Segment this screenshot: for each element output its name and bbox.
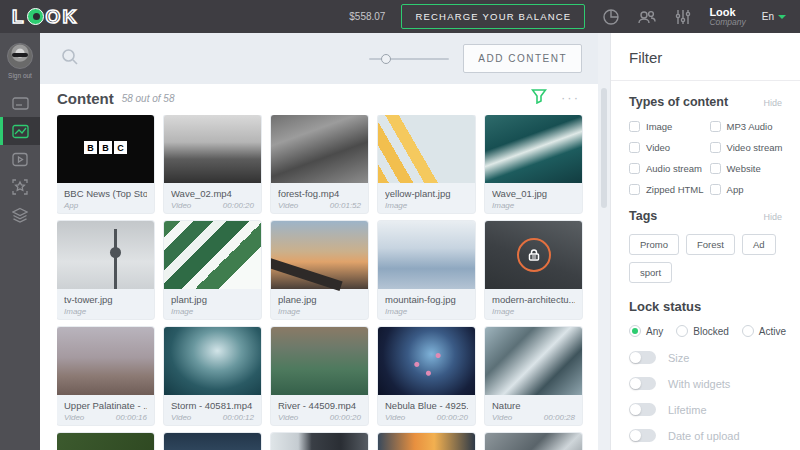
bbc-logo: BBC <box>57 141 154 154</box>
users-icon[interactable] <box>637 7 657 27</box>
sidebar-item-content[interactable] <box>0 117 40 145</box>
sliders-icon[interactable] <box>673 7 693 27</box>
content-card[interactable]: plant.jpgImage <box>164 221 261 319</box>
checkbox-icon[interactable] <box>629 163 640 174</box>
lock-status-radio[interactable]: Blocked <box>676 325 729 337</box>
content-type-checkbox[interactable]: Video <box>629 142 704 153</box>
avatar[interactable] <box>7 43 33 69</box>
toggle-switch-icon[interactable] <box>629 403 656 416</box>
content-card[interactable]: Wave_01.jpgImage <box>485 115 582 213</box>
checkbox-icon[interactable] <box>710 163 721 174</box>
toggle-switch-icon[interactable] <box>629 429 656 442</box>
radio-icon[interactable] <box>742 325 754 337</box>
card-thumbnail <box>485 115 582 183</box>
content-card[interactable]: Storm - 40581.mp4Video00:00:12 <box>164 327 261 425</box>
content-card[interactable]: River - 44509.mp4Video00:00:20 <box>271 327 368 425</box>
content-card[interactable]: tv-tower.jpgImage <box>57 221 154 319</box>
card-name: Wave_01.jpg <box>492 187 575 200</box>
tag-chip[interactable]: sport <box>629 262 672 283</box>
content-card[interactable]: BBCBBC News (Top Sto...App <box>57 115 154 213</box>
search-icon[interactable] <box>60 47 80 71</box>
card-meta: App <box>64 200 147 211</box>
content-card[interactable] <box>164 433 261 450</box>
tags-hide-link[interactable]: Hide <box>763 212 782 222</box>
content-card[interactable]: modern-architectu...Image <box>485 221 582 319</box>
content-type-checkbox[interactable]: App <box>710 184 783 195</box>
card-type: Image <box>278 306 300 317</box>
filter-funnel-icon[interactable] <box>531 88 547 108</box>
checkbox-icon[interactable] <box>629 184 640 195</box>
content-card[interactable]: forest-fog.mp4Video00:01:52 <box>271 115 368 213</box>
filter-toggle-date-of-upload[interactable]: Date of upload <box>629 429 782 442</box>
filter-toggle-size[interactable]: Size <box>629 351 782 364</box>
content-type-checkbox[interactable]: Video stream <box>710 142 783 153</box>
filter-toggle-with-widgets[interactable]: With widgets <box>629 377 782 390</box>
toggle-switch-icon[interactable] <box>629 377 656 390</box>
sign-out-link[interactable]: Sign out <box>0 72 40 79</box>
language-selector[interactable]: En <box>762 11 786 22</box>
checkbox-icon[interactable] <box>710 121 721 132</box>
sidebar-item-video-playlist[interactable] <box>0 145 40 173</box>
card-meta: Image <box>385 200 468 211</box>
tag-chip[interactable]: Ad <box>742 234 776 255</box>
content-count: 58 out of 58 <box>122 93 175 104</box>
tag-chip[interactable]: Forest <box>686 234 735 255</box>
content-type-checkbox[interactable]: Zipped HTML <box>629 184 704 195</box>
content-card[interactable] <box>485 433 582 450</box>
content-card[interactable]: yellow-plant.jpgImage <box>378 115 475 213</box>
types-hide-link[interactable]: Hide <box>763 98 782 108</box>
account-switcher[interactable]: Look Company <box>709 6 745 27</box>
lock-icon <box>517 238 551 272</box>
filter-toggle-lifetime[interactable]: Lifetime <box>629 403 782 416</box>
sidebar-item-widgets[interactable] <box>0 173 40 201</box>
toggle-switch-icon[interactable] <box>629 351 656 364</box>
checkbox-icon[interactable] <box>710 184 721 195</box>
sidebar-item-displays[interactable] <box>0 89 40 117</box>
recharge-balance-button[interactable]: RECHARGE YOUR BALANCE <box>401 4 585 29</box>
add-content-button[interactable]: ADD CONTENT <box>463 44 582 73</box>
checkbox-icon[interactable] <box>710 142 721 153</box>
radio-icon[interactable] <box>629 325 641 337</box>
pie-chart-icon[interactable] <box>601 7 621 27</box>
lock-status-radio[interactable]: Any <box>629 325 663 337</box>
lock-status-radio[interactable]: Active <box>742 325 786 337</box>
filter-toggles: SizeWith widgetsLifetimeDate of uploadRe… <box>629 351 782 450</box>
checkbox-label: MP3 Audio <box>727 121 773 132</box>
card-name: modern-architectu... <box>492 293 575 306</box>
card-meta: Video00:00:28 <box>492 412 575 423</box>
card-meta: Video00:00:20 <box>385 412 468 423</box>
content-type-checkbox[interactable]: MP3 Audio <box>710 121 783 132</box>
radio-icon[interactable] <box>676 325 688 337</box>
tag-chip[interactable]: Promo <box>629 234 679 255</box>
slider-knob[interactable] <box>381 54 391 64</box>
checkbox-icon[interactable] <box>629 142 640 153</box>
content-card[interactable]: mountain-fog.jpgImage <box>378 221 475 319</box>
thumbnail-size-slider[interactable] <box>369 58 449 60</box>
content-card[interactable] <box>271 433 368 450</box>
card-type: Image <box>385 200 407 211</box>
content-type-checkbox[interactable]: Image <box>629 121 704 132</box>
scrollbar[interactable] <box>598 33 610 450</box>
app-logo[interactable]: L O K <box>12 6 77 28</box>
bbc-logo-letter: C <box>114 141 127 154</box>
content-card[interactable]: Upper Palatinate - ...Video00:00:16 <box>57 327 154 425</box>
content-card[interactable]: Wave_02.mp4Video00:00:20 <box>164 115 261 213</box>
card-label: forest-fog.mp4Video00:01:52 <box>271 183 368 211</box>
content-type-checkbox[interactable]: Audio stream <box>629 163 704 174</box>
scrollbar-thumb[interactable] <box>601 88 607 208</box>
content-card[interactable]: Nebula Blue - 4925...Video00:00:20 <box>378 327 475 425</box>
card-thumbnail <box>57 327 154 395</box>
content-card[interactable] <box>57 433 154 450</box>
tags-list: PromoForestAdsport <box>629 234 782 283</box>
card-meta: Image <box>492 306 575 317</box>
checkbox-icon[interactable] <box>629 121 640 132</box>
content-card[interactable] <box>378 433 475 450</box>
sidebar-item-layers[interactable] <box>0 201 40 229</box>
content-card[interactable]: NatureVideo00:00:28 <box>485 327 582 425</box>
card-type: Image <box>64 306 86 317</box>
card-meta: Image <box>278 306 361 317</box>
card-label: BBC News (Top Sto...App <box>57 183 154 211</box>
content-type-checkbox[interactable]: Website <box>710 163 783 174</box>
more-options-icon[interactable]: ··· <box>561 95 580 101</box>
content-card[interactable]: plane.jpgImage <box>271 221 368 319</box>
